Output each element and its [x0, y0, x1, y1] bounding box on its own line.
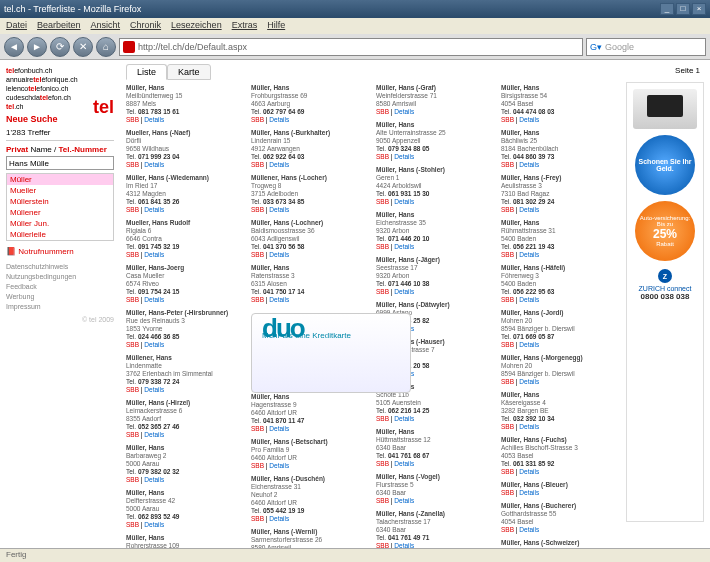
- footer-link[interactable]: Impressum: [6, 302, 114, 312]
- tab-karte[interactable]: Karte: [167, 64, 211, 80]
- entry-name[interactable]: Müller, Hans (-Schweizer): [501, 539, 620, 547]
- entry-name[interactable]: Müller, Hans (-Jordi): [501, 309, 620, 317]
- details-link[interactable]: Details: [394, 415, 414, 422]
- suggestion-item[interactable]: Müller: [7, 174, 113, 185]
- entry-name[interactable]: Müller, Hans (-Wiedemann): [126, 174, 245, 182]
- entry-name[interactable]: Mueller, Hans Rudolf: [126, 219, 245, 227]
- details-link[interactable]: Details: [269, 425, 289, 432]
- details-link[interactable]: Details: [269, 161, 289, 168]
- details-link[interactable]: Details: [269, 462, 289, 469]
- entry-name[interactable]: Müller, Hans: [126, 534, 245, 542]
- entry-name[interactable]: Müller, Hans-Joerg: [126, 264, 245, 272]
- menu-hilfe[interactable]: Hilfe: [267, 20, 285, 32]
- details-link[interactable]: Details: [519, 251, 539, 258]
- sbb-link[interactable]: SBB: [251, 206, 264, 213]
- search-input[interactable]: [6, 156, 114, 170]
- sbb-link[interactable]: SBB: [376, 542, 389, 548]
- entry-name[interactable]: Müller, Hans (-Burkhalter): [251, 129, 370, 137]
- sbb-link[interactable]: SBB: [501, 296, 514, 303]
- details-link[interactable]: Details: [269, 515, 289, 522]
- suggestion-item[interactable]: Mueller: [7, 185, 113, 196]
- details-link[interactable]: Details: [144, 521, 164, 528]
- back-button[interactable]: ◄: [4, 37, 24, 57]
- details-link[interactable]: Details: [519, 489, 539, 496]
- details-link[interactable]: Details: [144, 206, 164, 213]
- sbb-link[interactable]: SBB: [126, 431, 139, 438]
- entry-name[interactable]: Müller, Hans: [251, 264, 370, 272]
- sbb-link[interactable]: SBB: [501, 161, 514, 168]
- footer-link[interactable]: Nutzungsbedingungen: [6, 272, 114, 282]
- sbb-link[interactable]: SBB: [126, 521, 139, 528]
- details-link[interactable]: Details: [519, 206, 539, 213]
- maximize-button[interactable]: □: [676, 3, 690, 15]
- sbb-link[interactable]: SBB: [501, 489, 514, 496]
- sbb-link[interactable]: SBB: [126, 296, 139, 303]
- sbb-link[interactable]: SBB: [501, 468, 514, 475]
- details-link[interactable]: Details: [269, 206, 289, 213]
- entry-name[interactable]: Müller, Hans: [501, 391, 620, 399]
- details-link[interactable]: Details: [519, 296, 539, 303]
- details-link[interactable]: Details: [394, 243, 414, 250]
- sbb-link[interactable]: SBB: [126, 251, 139, 258]
- details-link[interactable]: Details: [394, 460, 414, 467]
- sbb-link[interactable]: SBB: [251, 251, 264, 258]
- entry-name[interactable]: Müller, Hans (-Vogel): [376, 473, 495, 481]
- entry-name[interactable]: Müller, Hans (-Betschart): [251, 438, 370, 446]
- sbb-link[interactable]: SBB: [251, 116, 264, 123]
- sbb-link[interactable]: SBB: [126, 206, 139, 213]
- entry-name[interactable]: Müller, Hans (-Bleuer): [501, 481, 620, 489]
- entry-name[interactable]: Müller, Hans: [501, 84, 620, 92]
- details-link[interactable]: Details: [144, 341, 164, 348]
- entry-name[interactable]: Müller, Hans: [126, 489, 245, 497]
- menu-extras[interactable]: Extras: [232, 20, 258, 32]
- sbb-link[interactable]: SBB: [126, 476, 139, 483]
- sbb-link[interactable]: SBB: [501, 116, 514, 123]
- sbb-link[interactable]: SBB: [376, 153, 389, 160]
- details-link[interactable]: Details: [144, 161, 164, 168]
- suggestion-item[interactable]: Müllener: [7, 207, 113, 218]
- entry-name[interactable]: Müller, Hans (-Morgenegg): [501, 354, 620, 362]
- details-link[interactable]: Details: [394, 108, 414, 115]
- entry-name[interactable]: Müller, Hans (-Bucherer): [501, 502, 620, 510]
- footer-link[interactable]: Feedback: [6, 282, 114, 292]
- sbb-link[interactable]: SBB: [126, 341, 139, 348]
- suggestion-item[interactable]: Müllerstein: [7, 196, 113, 207]
- entry-name[interactable]: Müller, Hans (-Zanella): [376, 510, 495, 518]
- sbb-link[interactable]: SBB: [501, 206, 514, 213]
- sbb-link[interactable]: SBB: [501, 378, 514, 385]
- forward-button[interactable]: ►: [27, 37, 47, 57]
- suggestion-item[interactable]: Müllerleile: [7, 229, 113, 240]
- sbb-link[interactable]: SBB: [376, 108, 389, 115]
- minimize-button[interactable]: _: [660, 3, 674, 15]
- sbb-link[interactable]: SBB: [376, 198, 389, 205]
- footer-link[interactable]: Werbung: [6, 292, 114, 302]
- sbb-link[interactable]: SBB: [126, 161, 139, 168]
- details-link[interactable]: Details: [394, 198, 414, 205]
- sbb-link[interactable]: SBB: [376, 288, 389, 295]
- browser-search[interactable]: G▾ Google: [586, 38, 706, 56]
- entry-name[interactable]: Müller, Hans: [376, 428, 495, 436]
- details-link[interactable]: Details: [144, 116, 164, 123]
- sbb-link[interactable]: SBB: [126, 386, 139, 393]
- details-link[interactable]: Details: [519, 378, 539, 385]
- sbb-link[interactable]: SBB: [501, 341, 514, 348]
- details-link[interactable]: Details: [519, 423, 539, 430]
- url-bar[interactable]: http://tel.ch/de/Default.aspx: [119, 38, 583, 56]
- sbb-link[interactable]: SBB: [501, 526, 514, 533]
- details-link[interactable]: Details: [144, 386, 164, 393]
- details-link[interactable]: Details: [144, 476, 164, 483]
- details-link[interactable]: Details: [394, 497, 414, 504]
- sbb-link[interactable]: SBB: [251, 425, 264, 432]
- entry-name[interactable]: Müller, Hans (-Wernli): [251, 528, 370, 536]
- sbb-link[interactable]: SBB: [376, 415, 389, 422]
- sbb-link[interactable]: SBB: [251, 462, 264, 469]
- details-link[interactable]: Details: [269, 116, 289, 123]
- suggestion-item[interactable]: Müller Jun.: [7, 218, 113, 229]
- entry-name[interactable]: Müller, Hans (-Jäger): [376, 256, 495, 264]
- reload-button[interactable]: ⟳: [50, 37, 70, 57]
- stop-button[interactable]: ✕: [73, 37, 93, 57]
- sbb-link[interactable]: SBB: [376, 497, 389, 504]
- details-link[interactable]: Details: [519, 468, 539, 475]
- home-button[interactable]: ⌂: [96, 37, 116, 57]
- entry-name[interactable]: Müller, Hans: [126, 84, 245, 92]
